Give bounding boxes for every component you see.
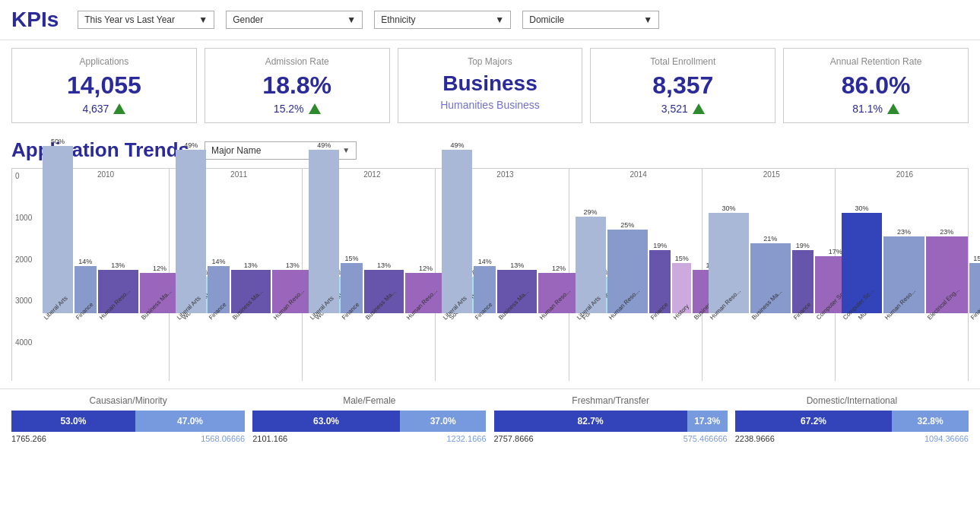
ethnicity-filter-value: Ethnicity: [381, 14, 415, 25]
y-axis-label: 4000: [15, 338, 33, 347]
stacked-bar-1: 63.0%37.0%: [252, 411, 486, 432]
bar-wrapper: 14%Finance: [474, 258, 495, 347]
domicile-filter-value: Domicile: [529, 14, 564, 25]
chart-group-2015: 201530%Human Reso...21%Business Ma...19%…: [702, 169, 836, 381]
bar-pct: 12%: [552, 265, 566, 272]
bar-pct: 14%: [78, 258, 92, 265]
bar-pct: 21%: [763, 235, 777, 243]
bar-wrapper: 19%Finance: [792, 242, 813, 347]
stacked-bar-3: 67.2%32.8%: [735, 411, 969, 432]
bar-wrapper: 14%Finance: [208, 258, 229, 347]
bar-pct: 15%: [675, 255, 689, 262]
chart-groups: 201050%Liberal Arts14%Finance13%Human Re…: [36, 169, 969, 381]
kpi-label-3: Total Enrollment: [650, 56, 715, 67]
page-title: KPIs: [11, 8, 59, 32]
kpi-card-4: Annual Retention Rate86.0%81.1%: [783, 48, 969, 123]
y-axis: 40003000200010000: [12, 169, 36, 381]
bottom-chart-title-1: Male/Female: [343, 395, 395, 406]
kpi-card-1: Admission Rate18.8%15.2%: [205, 48, 390, 123]
bottom-values-0: 1765.2661568.06666: [11, 434, 245, 443]
bottom-values-1: 2101.1661232.1666: [252, 434, 486, 443]
bar-pct: 13%: [111, 262, 125, 269]
stacked-left-1: 63.0%: [252, 411, 400, 432]
bottom-chart-3: Domestic/International67.2%32.8%2238.966…: [735, 395, 969, 443]
bars-2014: 29%Liberal Arts25%Human Reso...19%Financ…: [572, 179, 705, 347]
bar-wrapper: 49%Liberal Arts: [442, 141, 472, 347]
bottom-chart-title-0: Causasian/Minority: [90, 395, 167, 406]
kpi-trend-up-3: [693, 103, 705, 114]
stacked-right-0: 47.0%: [135, 411, 245, 432]
domicile-filter-dropdown[interactable]: Domicile ▼: [522, 11, 659, 29]
bar-pct: 49%: [317, 141, 331, 149]
bar-pct: 23%: [897, 228, 911, 236]
gender-filter-dropdown[interactable]: Gender ▼: [226, 11, 363, 29]
bar: [442, 150, 472, 313]
time-filter-value: This Year vs Last Year: [84, 14, 175, 25]
bottom-section: Causasian/Minority53.0%47.0%1765.2661568…: [0, 388, 980, 449]
trends-title: Application Trends: [11, 138, 189, 162]
stacked-left-3: 67.2%: [735, 411, 892, 432]
bars-2013: 49%Liberal Arts14%Finance13%Business Ma.…: [439, 179, 571, 347]
bar-pct: 13%: [244, 262, 258, 269]
bar-wrapper: 21%Business Ma...: [750, 235, 790, 347]
bar-wrapper: 25%Human Reso...: [607, 221, 648, 347]
chart-area: 40003000200010000 201050%Liberal Arts14%…: [11, 168, 969, 381]
bottom-val-left-2: 2757.8666: [494, 434, 534, 443]
bar-pct: 13%: [377, 262, 391, 269]
bars-2010: 50%Liberal Arts14%Finance13%Human Reso..…: [40, 179, 172, 347]
bottom-chart-2: Freshman/Transfer82.7%17.3%2757.8666575.…: [494, 395, 728, 443]
kpi-sub-row-3: 3,521: [661, 103, 705, 115]
trends-section: Application Trends Major Name ▼ 40003000…: [0, 131, 980, 385]
bar: [43, 146, 73, 313]
bottom-values-3: 2238.96661094.36666: [735, 434, 969, 443]
kpi-cards-row: Applications14,0554,637Admission Rate18.…: [0, 40, 980, 131]
kpi-sub-row-4: 81.1%: [852, 103, 899, 115]
bar-pct: 19%: [796, 242, 810, 249]
bottom-chart-1: Male/Female63.0%37.0%2101.1661232.1666: [252, 395, 486, 443]
bars-2015: 30%Human Reso...21%Business Ma...19%Fina…: [706, 179, 838, 347]
kpi-subvalue-2: Humanities Business: [440, 99, 540, 111]
bar-pct: 50%: [51, 138, 65, 145]
bar-pct: 30%: [855, 205, 869, 212]
time-filter-dropdown[interactable]: This Year vs Last Year ▼: [78, 11, 214, 29]
bar-pct: 25%: [620, 221, 634, 229]
bottom-val-right-3: 1094.36666: [924, 434, 969, 443]
bottom-values-2: 2757.8666575.466666: [494, 434, 728, 443]
kpi-trend-up-4: [887, 103, 899, 114]
kpi-subvalue-0: 4,637: [82, 103, 109, 115]
kpi-value-0: 14,055: [67, 71, 141, 100]
bar-wrapper: 30%Computer Sc...: [842, 205, 882, 347]
year-label-2014: 2014: [572, 170, 705, 179]
bar-wrapper: 23%Human Reso...: [883, 228, 924, 347]
bar-pct: 49%: [184, 141, 198, 149]
stacked-bar-0: 53.0%47.0%: [11, 411, 245, 432]
bottom-val-right-1: 1232.1666: [447, 434, 487, 443]
ethnicity-filter-arrow: ▼: [495, 14, 504, 25]
stacked-right-2: 17.3%: [687, 411, 728, 432]
bottom-chart-title-2: Freshman/Transfer: [572, 395, 649, 406]
chart-group-2012: 201249%Liberal Arts15%Finance13%Business…: [303, 169, 436, 381]
stacked-left-2: 82.7%: [494, 411, 687, 432]
kpi-sub-row-1: 15.2%: [274, 103, 321, 115]
kpi-subvalue-1: 15.2%: [274, 103, 304, 115]
chart-group-2010: 201050%Liberal Arts14%Finance13%Human Re…: [36, 169, 170, 381]
header: KPIs This Year vs Last Year ▼ Gender ▼ E…: [0, 0, 980, 40]
bottom-val-left-3: 2238.9666: [735, 434, 775, 443]
y-axis-label: 0: [15, 172, 33, 180]
bar: [309, 150, 339, 313]
kpi-value-1: 18.8%: [262, 71, 331, 100]
stacked-left-0: 53.0%: [11, 411, 135, 432]
stacked-bar-2: 82.7%17.3%: [494, 411, 728, 432]
major-filter-arrow: ▼: [342, 146, 350, 154]
bar-pct: 29%: [584, 208, 598, 216]
bar-wrapper: 49%Liberal Arts: [176, 141, 206, 347]
bottom-val-right-2: 575.466666: [683, 434, 728, 443]
kpi-label-0: Applications: [80, 56, 129, 67]
stacked-right-3: 32.8%: [892, 411, 969, 432]
bottom-chart-0: Causasian/Minority53.0%47.0%1765.2661568…: [11, 395, 245, 443]
ethnicity-filter-dropdown[interactable]: Ethnicity ▼: [374, 11, 511, 29]
bar-wrapper: 49%Liberal Arts: [309, 141, 339, 347]
bars-2016: 30%Computer Sc...23%Human Reso...23%Elec…: [839, 179, 971, 347]
bar-pct: 13%: [286, 262, 300, 269]
bottom-chart-title-3: Domestic/International: [807, 395, 897, 406]
